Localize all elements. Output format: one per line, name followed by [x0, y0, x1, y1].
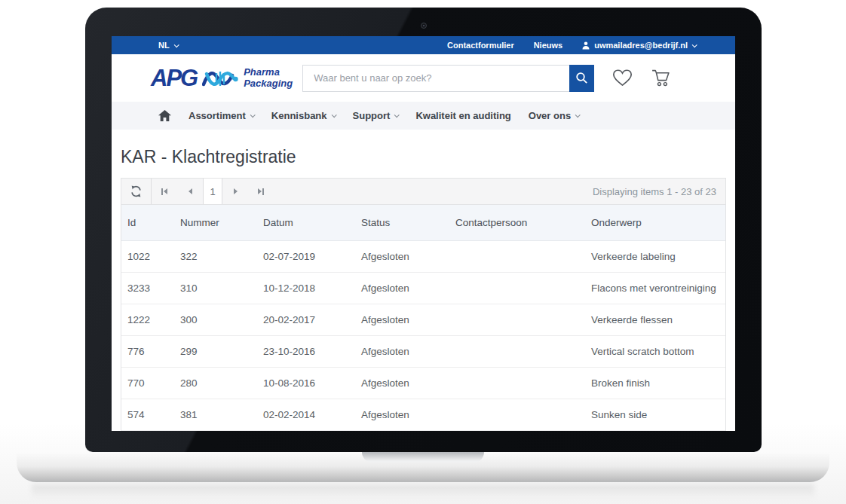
column-header-status[interactable]: Status: [355, 217, 449, 228]
chevron-down-icon: [331, 112, 336, 118]
contact-form-link[interactable]: Contactformulier: [447, 41, 514, 50]
nav-label: Over ons: [529, 110, 571, 121]
cell-id: 3233: [121, 283, 174, 294]
cell-onderwerp: Vertical scratch bottom: [585, 346, 725, 357]
site-header: APG Pharma Packaging: [112, 54, 735, 102]
laptop-lid-notch: [362, 452, 484, 463]
nav-label: Kwaliteit en auditing: [415, 110, 510, 121]
table-header-row: Id Nummer Datum Status Contactpersoon On…: [121, 205, 725, 241]
cell-onderwerp: Verkeerde labeling: [585, 251, 725, 262]
cell-status: Afgesloten: [355, 346, 449, 357]
user-icon: [582, 41, 590, 50]
table-row[interactable]: 574 381 02-02-2014 Afgesloten Sunken sid…: [121, 399, 725, 431]
last-page-icon: [262, 188, 264, 195]
nav-assortiment[interactable]: Assortiment: [189, 110, 254, 121]
current-page-indicator: 1: [203, 179, 222, 204]
cell-datum: 10-12-2018: [257, 283, 355, 294]
news-link[interactable]: Nieuws: [534, 41, 563, 50]
first-page-icon: [164, 188, 167, 194]
cell-id: 776: [121, 346, 174, 357]
nav-kennisbank[interactable]: Kennisbank: [271, 110, 336, 121]
wishlist-button[interactable]: [612, 69, 633, 87]
chevron-down-icon: [394, 112, 400, 118]
complaints-grid: 1 Displaying items 1 - 23 of 23 Id Numme…: [121, 178, 726, 431]
table-row[interactable]: 1222 300 20-02-2017 Afgesloten Verkeerde…: [121, 304, 725, 336]
dna-helix-icon: [202, 65, 238, 92]
column-header-id[interactable]: Id: [121, 217, 174, 228]
next-page-icon: [234, 188, 238, 194]
cell-status: Afgesloten: [355, 283, 449, 294]
cell-datum: 23-10-2016: [257, 346, 355, 357]
search-icon: [575, 72, 588, 84]
top-utility-bar: NL Contactformulier Nieuws uwmailadres@b…: [112, 36, 735, 54]
last-page-button[interactable]: [248, 179, 274, 204]
language-selector[interactable]: NL: [158, 41, 178, 50]
logo-tagline-1: Pharma: [244, 66, 280, 78]
search-button[interactable]: [569, 65, 594, 92]
cell-onderwerp: Broken finish: [585, 377, 725, 389]
nav-over-ons[interactable]: Over ons: [529, 110, 579, 121]
cell-datum: 10-08-2016: [257, 377, 355, 389]
cell-datum: 02-02-2014: [257, 409, 355, 420]
laptop-bezel: NL Contactformulier Nieuws uwmailadres@b…: [85, 8, 762, 452]
cell-nummer: 310: [174, 283, 257, 294]
cell-nummer: 280: [174, 377, 257, 389]
nav-kwaliteit-en-auditing[interactable]: Kwaliteit en auditing: [415, 110, 510, 121]
refresh-icon: [130, 185, 143, 197]
page-content: KAR - Klachtregistratie: [112, 148, 735, 431]
column-header-datum[interactable]: Datum: [257, 217, 355, 228]
cell-status: Afgesloten: [355, 409, 449, 420]
nav-home[interactable]: [158, 110, 171, 121]
logo-tagline-2: Packaging: [244, 78, 293, 89]
topbar-links: Contactformulier Nieuws uwmailadres@bedr…: [447, 41, 696, 50]
company-logo[interactable]: APG Pharma Packaging: [151, 65, 293, 92]
search-input[interactable]: [302, 65, 569, 92]
page-title: KAR - Klachtregistratie: [121, 148, 735, 166]
heart-icon: [612, 69, 633, 87]
nav-label: Assortiment: [189, 110, 246, 121]
column-header-onderwerp[interactable]: Onderwerp: [585, 217, 725, 228]
search-bar: [302, 65, 594, 92]
table-row[interactable]: 1022 322 02-07-2019 Afgesloten Verkeerde…: [121, 241, 725, 273]
nav-label: Support: [353, 110, 391, 121]
main-nav: Assortiment Kennisbank Support Kwaliteit…: [112, 102, 735, 130]
cell-datum: 20-02-2017: [257, 314, 355, 325]
laptop-base: [17, 452, 829, 482]
nav-support[interactable]: Support: [353, 110, 399, 121]
cell-nummer: 381: [174, 409, 257, 420]
table-row[interactable]: 776 299 23-10-2016 Afgesloten Vertical s…: [121, 336, 725, 368]
cell-id: 770: [121, 377, 174, 389]
home-icon: [158, 110, 171, 121]
grid-toolbar: 1 Displaying items 1 - 23 of 23: [121, 179, 725, 205]
account-menu[interactable]: uwmailadres@bedrijf.nl: [582, 41, 696, 50]
logo-acronym: APG: [151, 66, 197, 90]
first-page-icon: [161, 188, 163, 195]
chevron-down-icon: [250, 112, 256, 118]
cell-status: Afgesloten: [355, 377, 449, 389]
cell-datum: 02-07-2019: [257, 251, 355, 262]
first-page-button[interactable]: [152, 179, 177, 204]
cell-id: 1222: [121, 314, 174, 325]
chevron-down-icon: [692, 42, 697, 47]
refresh-button[interactable]: [121, 179, 152, 204]
account-email: uwmailadres@bedrijf.nl: [594, 41, 688, 50]
laptop-reflection: [32, 484, 814, 499]
chevron-down-icon: [575, 112, 581, 118]
next-page-button[interactable]: [222, 179, 248, 204]
column-header-nummer[interactable]: Nummer: [174, 217, 257, 228]
shopping-cart-icon: [651, 69, 671, 87]
cell-nummer: 322: [174, 251, 257, 262]
table-row[interactable]: 3233 310 10-12-2018 Afgesloten Flacons m…: [121, 273, 725, 304]
logo-tagline: Pharma Packaging: [244, 67, 293, 89]
table-row[interactable]: 770 280 10-08-2016 Afgesloten Broken fin…: [121, 368, 725, 399]
cell-onderwerp: Flacons met verontreiniging: [585, 283, 725, 294]
chevron-down-icon: [173, 42, 179, 47]
previous-page-button[interactable]: [177, 179, 203, 204]
cell-status: Afgesloten: [355, 314, 449, 325]
language-label: NL: [158, 41, 170, 50]
column-header-contactpersoon[interactable]: Contactpersoon: [449, 217, 585, 228]
cart-button[interactable]: [651, 69, 671, 87]
nav-label: Kennisbank: [271, 110, 327, 121]
cell-onderwerp: Sunken side: [585, 409, 725, 420]
webcam-dot: [421, 23, 427, 29]
